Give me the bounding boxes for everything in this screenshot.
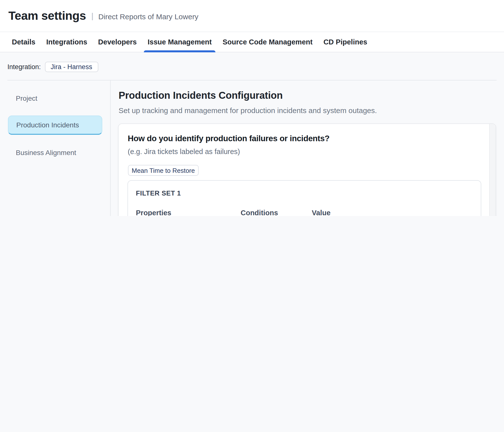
page-title: Team settings (8, 9, 86, 23)
filter-set-title: FILTER SET 1 (136, 190, 481, 197)
team-settings-page: Team settings Direct Reports of Mary Low… (0, 0, 504, 216)
tab-source-code-management[interactable]: Source Code Management (219, 32, 316, 52)
vertical-divider (110, 80, 111, 216)
section-header: Production Incidents Configuration Set u… (119, 89, 377, 117)
integration-row: Integration: Jira - Harness (7, 62, 98, 72)
section-subtitle: Set up tracking and management for produ… (119, 105, 377, 117)
metric-chip[interactable]: Mean Time to Restore (128, 165, 199, 176)
value-column-label: Value (312, 208, 448, 216)
incidents-config-card: How do you identify production failures … (118, 123, 496, 216)
page-header: Team settings Direct Reports of Mary Low… (0, 0, 504, 32)
sidebar-item-business-alignment[interactable]: Business Alignment (8, 143, 102, 162)
sidebar-item-production-incidents[interactable]: Production Incidents (8, 116, 102, 135)
settings-sidebar: ProjectProduction IncidentsBusiness Alig… (8, 88, 102, 170)
integration-label: Integration: (7, 63, 41, 71)
question-title: How do you identify production failures … (128, 132, 496, 145)
horizontal-divider (7, 80, 497, 80)
title-divider (92, 13, 93, 20)
question-hint: (e.g. Jira tickets labeled as failures) (128, 146, 496, 157)
page-subtitle: Direct Reports of Mary Lowery (98, 12, 198, 20)
tab-integrations[interactable]: Integrations (42, 32, 91, 52)
sidebar-item-project[interactable]: Project (8, 88, 102, 108)
properties-column-label: Properties (136, 208, 237, 216)
tab-details[interactable]: Details (8, 32, 39, 52)
filter-labels-row: Properties Conditions Value (136, 208, 481, 216)
tab-cd-pipelines[interactable]: CD Pipelines (319, 32, 371, 52)
integration-chip[interactable]: Jira - Harness (45, 62, 98, 72)
card-content: How do you identify production failures … (119, 124, 496, 216)
conditions-column-label: Conditions (241, 208, 308, 216)
tab-developers[interactable]: Developers (94, 32, 141, 52)
tab-issue-management[interactable]: Issue Management (144, 32, 216, 52)
tab-bar: DetailsIntegrationsDevelopersIssue Manag… (0, 32, 504, 52)
section-title: Production Incidents Configuration (119, 89, 377, 102)
filter-set-box: FILTER SET 1 Properties Conditions Value… (127, 180, 481, 216)
